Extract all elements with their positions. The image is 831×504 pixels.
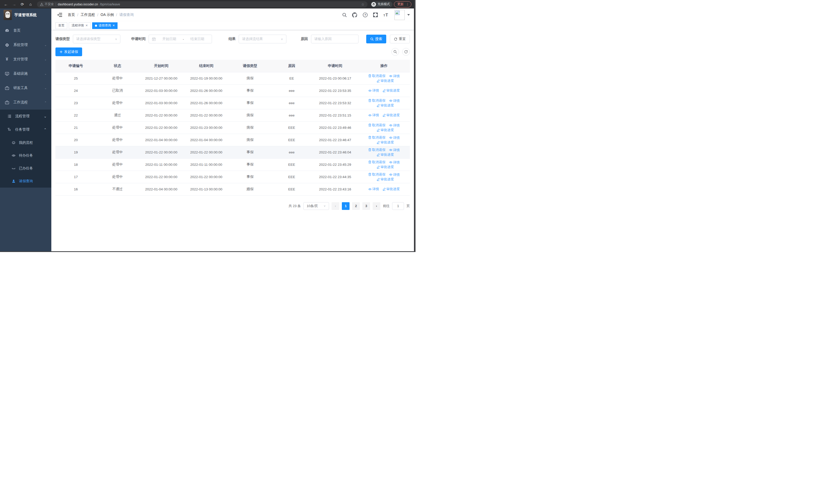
user-menu[interactable] (395, 10, 410, 20)
help-icon[interactable]: ? (363, 12, 368, 18)
cell-status: 处理中 (96, 97, 139, 109)
approval-progress-link[interactable]: 审批进度 (377, 128, 394, 132)
tab-home[interactable]: 首页 (55, 22, 67, 29)
detail-link[interactable]: 详情 (389, 160, 400, 165)
font-size-icon[interactable]: TT (383, 12, 389, 17)
goto-page-input[interactable] (392, 202, 404, 210)
cell-apply-time: 2022-01-23 00:06:17 (312, 72, 358, 84)
goto-unit-label: 页 (406, 204, 410, 208)
detail-link[interactable]: 详情 (389, 123, 400, 128)
breadcrumb-item[interactable]: OA 示例 (101, 12, 114, 17)
approval-progress-link[interactable]: 审批进度 (377, 165, 394, 169)
cancel-leave-link[interactable]: 取消请假 (368, 148, 385, 152)
chevron-down-icon: ⌄ (45, 72, 47, 75)
reload-icon[interactable]: ⟳ (19, 1, 26, 8)
page-number-2[interactable]: 2 (352, 202, 360, 210)
close-icon[interactable]: ✕ (85, 24, 88, 27)
chevron-down-icon: ∨ (281, 37, 283, 41)
app-title: 芋道管理系统 (15, 12, 37, 18)
approval-progress-link[interactable]: 审批进度 (377, 79, 394, 83)
page-number-3[interactable]: 3 (362, 202, 370, 210)
breadcrumb-item[interactable]: 工作流程 (81, 12, 95, 17)
approval-progress-link[interactable]: 审批进度 (377, 140, 394, 145)
app-logo[interactable]: 芋道管理系统 (0, 8, 51, 21)
url-bar[interactable]: 不安全 dashboard.yudao.iocoder.cn/bpm/oa/le… (37, 1, 368, 7)
create-leave-button[interactable]: 发起请假 (55, 48, 82, 56)
approval-progress-link[interactable]: 审批进度 (383, 113, 400, 118)
close-icon[interactable]: ✕ (112, 24, 115, 27)
cancel-leave-link[interactable]: 取消请假 (368, 172, 385, 177)
forward-icon[interactable]: → (11, 1, 18, 8)
fullscreen-icon[interactable] (373, 12, 378, 18)
cell-reason: eee (271, 97, 312, 109)
cancel-leave-link[interactable]: 取消请假 (368, 160, 385, 165)
page-size-select[interactable]: 10条/页 ∨ (303, 202, 329, 210)
sidebar-item-leave-query[interactable]: 请假查询 (0, 175, 51, 187)
sidebar-item-payment[interactable]: ¥ 支付管理 ⌄ (0, 52, 51, 66)
approval-progress-link[interactable]: 审批进度 (383, 187, 400, 191)
update-button[interactable]: 更新 ⋮ (394, 1, 411, 7)
sidebar-item-home[interactable]: 首页 (0, 23, 51, 38)
sidebar-item-label: 请假查询 (19, 179, 33, 183)
page-number-1[interactable]: 1 (342, 202, 349, 210)
search-button[interactable]: 搜索 (366, 35, 386, 43)
sidebar-item-devtools[interactable]: 研发工具 ⌄ (0, 81, 51, 95)
back-icon[interactable]: ← (3, 1, 9, 8)
sidebar-item-done-tasks[interactable]: 已办任务 (0, 162, 51, 175)
tree-icon (7, 127, 11, 131)
list-icon (7, 114, 11, 118)
detail-link[interactable]: 详情 (389, 136, 400, 140)
detail-link[interactable]: 详情 (389, 173, 400, 177)
reason-input[interactable]: 请输入原因 (311, 35, 359, 43)
eye-icon (389, 99, 393, 102)
next-page-button[interactable]: › (373, 202, 380, 210)
cancel-leave-link[interactable]: 取消请假 (368, 73, 385, 78)
detail-link[interactable]: 详情 (368, 187, 379, 191)
user-icon (11, 179, 16, 183)
tab-leave-query[interactable]: 请假查询 ✕ (92, 22, 118, 29)
show-search-toggle-button[interactable] (391, 48, 399, 56)
sidebar-item-infra[interactable]: 基础设施 ⌄ (0, 66, 51, 81)
tab-process-detail[interactable]: 流程详情 ✕ (69, 22, 91, 29)
cancel-leave-link[interactable]: 取消请假 (368, 135, 385, 140)
cell-actions: 取消请假 详情 审批进度 (358, 158, 410, 171)
approval-progress-link[interactable]: 审批进度 (383, 88, 400, 93)
github-icon[interactable] (352, 12, 357, 18)
approval-progress-link[interactable]: 审批进度 (377, 177, 394, 182)
cell-leave-type: 病假 (229, 121, 271, 134)
sidebar-item-label: 流程管理 (15, 114, 44, 119)
edit-pen-icon (383, 187, 386, 191)
table-row: 20 处理中 2022-01-04 00:00:00 2022-01-04 00… (55, 134, 410, 146)
apply-time-range-picker[interactable]: 开始日期 - 结束日期 (149, 35, 212, 43)
prev-page-button[interactable]: ‹ (332, 202, 339, 210)
sidebar-collapse-icon[interactable] (55, 10, 64, 19)
detail-link[interactable]: 详情 (389, 148, 400, 152)
sidebar-item-system[interactable]: 系统管理 ⌄ (0, 38, 51, 52)
sidebar-item-my-process[interactable]: 我的流程 (0, 136, 51, 149)
detail-link[interactable]: 详情 (389, 74, 400, 79)
bookmark-star-icon[interactable]: ☆ (361, 2, 365, 6)
browser-menu-icon[interactable]: ⋮ (406, 2, 409, 6)
result-select[interactable]: 请选择流结果 ∨ (239, 35, 286, 43)
search-icon[interactable] (342, 12, 347, 18)
security-warning[interactable]: 不安全 (40, 2, 54, 6)
leave-type-select[interactable]: 请选择请假类型 ∨ (73, 35, 120, 43)
breadcrumb-item[interactable]: 首页 (68, 12, 75, 17)
sidebar-item-workflow[interactable]: 工作流程 ⌃ (0, 95, 51, 110)
refresh-table-button[interactable] (402, 48, 410, 56)
detail-link[interactable]: 详情 (368, 113, 379, 118)
home-icon[interactable]: ⌂ (27, 1, 34, 8)
detail-link[interactable]: 详情 (389, 98, 400, 103)
sidebar-item-process-mgmt[interactable]: 流程管理 ⌄ (0, 110, 51, 123)
sidebar-item-task-mgmt[interactable]: 任务管理 ⌃ (0, 123, 51, 136)
cell-status: 处理中 (96, 72, 139, 84)
table-row: 18 处理中 2022-01-11 00:00:00 2022-01-11 00… (55, 158, 410, 171)
sidebar-item-label: 首页 (13, 28, 47, 33)
approval-progress-link[interactable]: 审批进度 (377, 103, 394, 108)
detail-link[interactable]: 详情 (368, 88, 379, 93)
sidebar-item-todo-tasks[interactable]: 待办任务 (0, 149, 51, 162)
reset-button[interactable]: 重置 (390, 35, 410, 43)
cancel-leave-link[interactable]: 取消请假 (368, 123, 385, 127)
approval-progress-link[interactable]: 审批进度 (377, 152, 394, 157)
cancel-leave-link[interactable]: 取消请假 (368, 98, 385, 103)
